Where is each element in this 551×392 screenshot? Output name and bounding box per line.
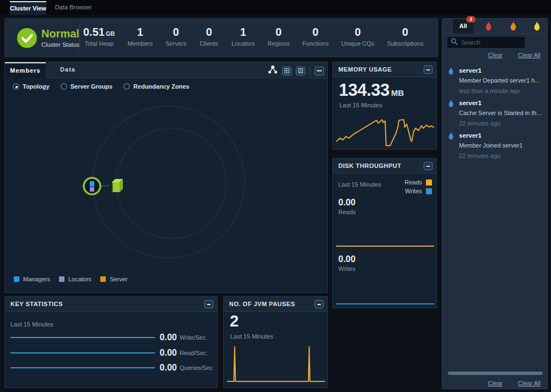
memory-usage-period: Last 15 Minutes bbox=[339, 102, 382, 108]
radio-server-groups[interactable]: Server Groups bbox=[61, 83, 112, 90]
alerts-count-badge: 3 bbox=[466, 16, 476, 23]
tab-data-browser[interactable]: Data Browser bbox=[54, 1, 93, 15]
key-statistics-panel: KEY STATISTICS Last 15 Minutes 0.00 Writ… bbox=[4, 296, 218, 388]
legend-server: Server bbox=[100, 276, 127, 282]
alerts-tab-bar: All 3 bbox=[442, 19, 547, 34]
collapse-memory-usage-icon[interactable] bbox=[424, 66, 433, 74]
cluster-status-header: Normal Cluster Status 0.51GB Total Heap … bbox=[4, 18, 438, 57]
status-check-icon bbox=[17, 28, 37, 48]
alert-item[interactable]: server1 Cache Server is Started in the V… bbox=[442, 95, 547, 128]
collapse-members-panel-icon[interactable] bbox=[315, 67, 324, 75]
tab-members[interactable]: Members bbox=[5, 62, 46, 78]
topology-graph bbox=[5, 78, 327, 292]
collapse-jvm-pauses-icon[interactable] bbox=[315, 300, 323, 308]
grid-view-icon[interactable] bbox=[282, 67, 291, 75]
topology-view-options: Topology Server Groups Redundancy Zones bbox=[13, 83, 190, 90]
memory-usage-title: MEMORY USAGE bbox=[338, 66, 392, 73]
alerts-search-box[interactable] bbox=[447, 37, 525, 48]
disk-throughput-title: DISK THROUGHPUT bbox=[338, 162, 401, 169]
clear-link-bottom[interactable]: Clear bbox=[488, 380, 503, 386]
legend-managers: Managers bbox=[14, 276, 50, 282]
tab-data[interactable]: Data bbox=[52, 62, 83, 78]
key-statistics-period: Last 15 Minutes bbox=[10, 321, 53, 328]
radio-topology[interactable]: Topology bbox=[13, 83, 50, 90]
write-per-sec-line bbox=[10, 337, 155, 338]
server-color-swatch bbox=[100, 276, 106, 282]
writes-color-swatch bbox=[426, 188, 432, 194]
jvm-pauses-period: Last 15 Minutes bbox=[230, 333, 273, 340]
alert-flame-icon bbox=[448, 100, 454, 110]
clear-all-link[interactable]: Clear All bbox=[518, 52, 541, 58]
clear-all-link-bottom[interactable]: Clear All bbox=[518, 380, 541, 386]
key-statistics-title: KEY STATISTICS bbox=[10, 301, 63, 307]
alerts-top-links: Clear Clear All bbox=[488, 52, 541, 58]
header-divider bbox=[79, 23, 80, 53]
managers-color-swatch bbox=[14, 276, 19, 282]
cluster-status-label: Cluster Status bbox=[41, 41, 79, 48]
alert-item[interactable]: server1 Member Departed server1 has cras… bbox=[442, 63, 547, 95]
stat-unique-cqs: 0 Unique CQs bbox=[341, 26, 374, 47]
alerts-bottom-links: Clear Clear All bbox=[488, 380, 541, 386]
disk-throughput-panel: DISK THROUGHPUT Last 15 Minutes Reads Wr… bbox=[332, 158, 437, 308]
legend-writes: Writes bbox=[404, 188, 432, 194]
disk-throughput-legend: Reads Writes bbox=[404, 179, 432, 197]
stat-regions: 0 Regions bbox=[267, 26, 289, 47]
stat-functions: 0 Functions bbox=[302, 26, 329, 47]
jvm-pauses-value: 2 bbox=[230, 312, 239, 330]
disk-reads-value: 0.00 bbox=[338, 198, 355, 208]
topology-server-node[interactable] bbox=[109, 179, 123, 192]
locators-color-swatch bbox=[59, 276, 64, 282]
disk-reads-line bbox=[336, 246, 434, 247]
alerts-tab-error[interactable] bbox=[505, 21, 521, 32]
memory-usage-value: 134.33MB bbox=[339, 80, 404, 100]
legend-reads: Reads bbox=[404, 179, 432, 186]
collapse-disk-throughput-icon[interactable] bbox=[424, 162, 433, 170]
read-per-sec-row: 0.00 Read/Sec. bbox=[10, 347, 214, 358]
column-view-icon[interactable] bbox=[296, 67, 305, 75]
jvm-pauses-panel: NO. OF JVM PAUSES 2 Last 15 Minutes bbox=[223, 296, 328, 388]
alert-flame-icon bbox=[448, 67, 454, 77]
jvm-pauses-chart bbox=[227, 345, 325, 384]
disk-throughput-period: Last 15 Minutes bbox=[338, 181, 381, 188]
queries-per-sec-row: 0.00 Queries/Sec bbox=[10, 362, 214, 373]
topology-legend: Managers Locators Server bbox=[14, 276, 128, 282]
pulse-dashboard: Cluster View Data Browser Normal Cluster… bbox=[0, 0, 551, 392]
alerts-sidebar: All 3 Clear Clear All bbox=[442, 18, 548, 389]
members-panel-tabbar: Members Data bbox=[5, 62, 327, 78]
stat-clients: 0 Clients bbox=[199, 26, 219, 47]
members-panel: Members Data bbox=[4, 62, 328, 293]
stat-locators: 1 Locators bbox=[231, 26, 255, 47]
legend-locators: Locators bbox=[59, 276, 91, 282]
stat-servers: 0 Servers bbox=[165, 26, 186, 47]
alerts-tab-warning[interactable] bbox=[528, 21, 545, 32]
stat-members: 1 Members bbox=[127, 26, 153, 47]
alerts-list: server1 Member Departed server1 has cras… bbox=[442, 63, 547, 160]
collapse-key-statistics-icon[interactable] bbox=[204, 300, 213, 308]
memory-usage-panel: MEMORY USAGE 134.33MB Last 15 Minutes bbox=[332, 62, 437, 150]
reads-color-swatch bbox=[426, 179, 432, 186]
alerts-search-input[interactable] bbox=[461, 39, 539, 46]
topology-locator-node[interactable] bbox=[84, 178, 100, 194]
alert-flame-icon bbox=[448, 132, 454, 142]
disk-writes-value: 0.00 bbox=[338, 254, 355, 264]
radio-redundancy-zones[interactable]: Redundancy Zones bbox=[123, 83, 189, 90]
stat-subscriptions: 0 Subscriptions bbox=[387, 26, 423, 47]
tab-cluster-view[interactable]: Cluster View bbox=[10, 1, 46, 15]
alerts-tab-critical[interactable] bbox=[480, 21, 496, 32]
alerts-tab-all[interactable]: All 3 bbox=[453, 19, 473, 34]
disk-writes-label: Writes bbox=[338, 265, 355, 272]
icon-divider bbox=[310, 66, 310, 76]
clear-link[interactable]: Clear bbox=[488, 52, 503, 58]
topology-view-icon[interactable] bbox=[267, 65, 278, 77]
stat-total-heap: 0.51GB Total Heap bbox=[83, 26, 115, 47]
top-tab-bar: Cluster View Data Browser bbox=[0, 0, 551, 15]
search-icon bbox=[451, 37, 458, 47]
cluster-status-value: Normal bbox=[41, 28, 79, 40]
alerts-scrollbar[interactable] bbox=[448, 372, 543, 375]
disk-writes-line bbox=[336, 303, 434, 304]
disk-reads-label: Reads bbox=[338, 209, 356, 215]
radio-topology-circle bbox=[13, 83, 19, 90]
cluster-stats-row: 0.51GB Total Heap 1 Members 0 Servers 0 … bbox=[83, 26, 423, 47]
write-per-sec-row: 0.00 Write/Sec. bbox=[10, 332, 214, 343]
alert-item[interactable]: server1 Member Joined server1 22 minutes… bbox=[442, 128, 547, 160]
